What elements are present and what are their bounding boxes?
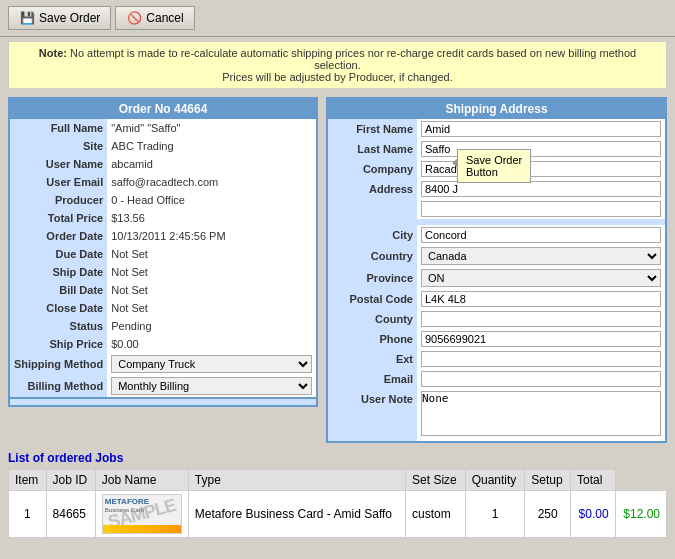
order-field-value[interactable]: Monthly BillingCredit CardInvoice — [107, 375, 317, 398]
job-type: custom — [406, 491, 466, 538]
jobs-col-total: Total — [571, 470, 615, 491]
jobs-col-quantity: Quantity — [465, 470, 525, 491]
order-select-billing-method[interactable]: Monthly BillingCredit CardInvoice — [111, 377, 312, 395]
order-field-label: User Email — [9, 173, 107, 191]
job-thumbnail: METAFORE Business Card SAMPLE — [102, 494, 182, 534]
job-name: Metafore Business Card - Amid Saffo — [188, 491, 405, 538]
order-field-label: Full Name — [9, 119, 107, 137]
job-quantity: 250 — [525, 491, 571, 538]
order-table: Order No 44664 Full Name"Amid" "Saffo"Si… — [8, 97, 318, 399]
notice-label: Note: — [39, 47, 67, 59]
email-label: Email — [327, 369, 417, 389]
order-field-value: Pending — [107, 317, 317, 335]
jobs-table: ItemJob IDJob NameTypeSet SizeQuantitySe… — [8, 469, 667, 538]
county-input[interactable] — [421, 311, 661, 327]
order-field-value: Not Set — [107, 281, 317, 299]
order-field-value: 10/13/2011 2:45:56 PM — [107, 227, 317, 245]
notice-bar: Note: No attempt is made to re-calculate… — [8, 41, 667, 89]
lastname-input[interactable] — [421, 141, 661, 157]
order-field-value: $0.00 — [107, 335, 317, 353]
phone-input[interactable] — [421, 331, 661, 347]
job-thumbnail-cell: METAFORE Business Card SAMPLE — [95, 491, 188, 538]
city-label: City — [327, 225, 417, 245]
job-item-num: 1 — [9, 491, 47, 538]
county-label: County — [327, 309, 417, 329]
order-field-label: Status — [9, 317, 107, 335]
usernote-textarea[interactable]: None — [421, 391, 661, 436]
company-input[interactable] — [421, 161, 661, 177]
jobs-col-job name: Job Name — [95, 470, 188, 491]
jobs-col-job id: Job ID — [46, 470, 95, 491]
order-field-value: 0 - Head Office — [107, 191, 317, 209]
jobs-section-title: List of ordered Jobs — [8, 451, 667, 465]
order-field-label: Site — [9, 137, 107, 155]
order-field-label: Close Date — [9, 299, 107, 317]
address2-input[interactable] — [421, 201, 661, 217]
country-select[interactable]: Canada USA — [421, 247, 661, 265]
order-field-value: "Amid" "Saffo" — [107, 119, 317, 137]
order-select-shipping-method[interactable]: Company TruckFedExUPSDHL — [111, 355, 312, 373]
order-field-value: $13.56 — [107, 209, 317, 227]
lastname-label: Last Name — [327, 139, 417, 159]
order-field-label: Shipping Method — [9, 353, 107, 375]
order-section-title: Order No 44664 — [9, 98, 317, 119]
ext-label: Ext — [327, 349, 417, 369]
cancel-button[interactable]: 🚫 Cancel — [115, 6, 194, 30]
order-field-label: Producer — [9, 191, 107, 209]
notice-line1: No attempt is made to re-calculate autom… — [70, 47, 636, 71]
order-field-label: Total Price — [9, 209, 107, 227]
order-field-label: User Name — [9, 155, 107, 173]
order-field-label: Ship Date — [9, 263, 107, 281]
save-icon: 💾 — [19, 10, 35, 26]
order-field-value: abcamid — [107, 155, 317, 173]
country-label: Country — [327, 245, 417, 267]
email-input[interactable] — [421, 371, 661, 387]
phone-label: Phone — [327, 329, 417, 349]
order-field-label: Ship Price — [9, 335, 107, 353]
order-field-value: saffo@racadtech.com — [107, 173, 317, 191]
order-field-label: Billing Method — [9, 375, 107, 398]
city-input[interactable] — [421, 227, 661, 243]
shipping-section-title: Shipping Address — [327, 98, 666, 119]
shipping-table: Shipping Address First Name Last Name Co… — [326, 97, 667, 443]
company-label: Company — [327, 159, 417, 179]
address-label: Address — [327, 179, 417, 199]
postal-input[interactable] — [421, 291, 661, 307]
postal-label: Postal Code — [327, 289, 417, 309]
save-order-button[interactable]: 💾 Save Order — [8, 6, 111, 30]
jobs-col-type: Type — [188, 470, 405, 491]
usernote-label: User Note — [327, 389, 417, 442]
order-field-label: Order Date — [9, 227, 107, 245]
job-set-size: 1 — [465, 491, 525, 538]
order-field-label: Due Date — [9, 245, 107, 263]
job-setup-price: $0.00 — [571, 491, 615, 538]
firstname-label: First Name — [327, 119, 417, 139]
order-field-value: Not Set — [107, 299, 317, 317]
province-label: Province — [327, 267, 417, 289]
table-row: 184665 METAFORE Business Card SAMPLE Met… — [9, 491, 667, 538]
order-field-label: Bill Date — [9, 281, 107, 299]
job-id: 84665 — [46, 491, 95, 538]
province-select[interactable]: ON BC AB — [421, 269, 661, 287]
order-field-value: Not Set — [107, 263, 317, 281]
jobs-col-setup: Setup — [525, 470, 571, 491]
order-field-value: ABC Trading — [107, 137, 317, 155]
address-input[interactable] — [421, 181, 661, 197]
order-field-value[interactable]: Company TruckFedExUPSDHL — [107, 353, 317, 375]
order-field-value: Not Set — [107, 245, 317, 263]
address2-label — [327, 199, 417, 219]
job-total-price: $12.00 — [615, 491, 666, 538]
firstname-input[interactable] — [421, 121, 661, 137]
jobs-col-set size: Set Size — [406, 470, 466, 491]
notice-line2: Prices will be adjusted by Producer, if … — [222, 71, 453, 83]
jobs-col-item: Item — [9, 470, 47, 491]
ext-input[interactable] — [421, 351, 661, 367]
cancel-icon: 🚫 — [126, 10, 142, 26]
